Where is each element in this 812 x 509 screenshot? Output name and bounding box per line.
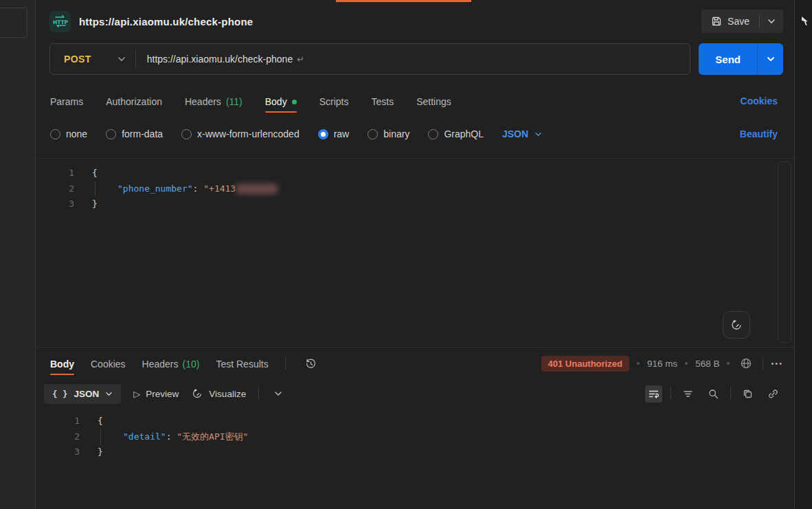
line-number: 2	[36, 181, 74, 197]
line-number: 3	[36, 444, 80, 460]
tab-body[interactable]: Body	[265, 84, 297, 117]
request-workspace: HTTP https://api.xiaomu.uk/check-phone S…	[36, 0, 794, 509]
response-tab-cookies[interactable]: Cookies	[91, 348, 126, 378]
sidebar-collapsed-panel[interactable]	[0, 8, 27, 38]
headers-count-badge: (11)	[226, 96, 243, 107]
chevron-down-icon	[274, 391, 282, 396]
response-size[interactable]: 568 B	[695, 359, 719, 369]
right-sidebar	[794, 0, 812, 509]
active-workspace-tab-indicator	[336, 0, 471, 2]
indent-guide	[100, 429, 123, 444]
indent-guide	[95, 181, 117, 196]
send-button-group: Send	[699, 43, 783, 75]
save-options-button[interactable]	[760, 19, 783, 24]
code-line: 1 {	[36, 166, 794, 181]
http-method-icon: HTTP	[49, 11, 71, 32]
save-button-group: Save	[701, 10, 783, 33]
svg-text:HTTP: HTTP	[52, 19, 68, 25]
redacted-phone-number	[236, 184, 278, 194]
tab-scripts[interactable]: Scripts	[319, 84, 349, 117]
save-button[interactable]: Save	[701, 16, 759, 27]
url-input[interactable]: https://api.xiaomu.uk/check-phone	[147, 54, 293, 65]
json-value: "+1413	[203, 181, 236, 197]
request-bar: POST https://api.xiaomu.uk/check-phone ↵…	[36, 43, 794, 82]
response-panel: Body Cookies Headers (10) Test Results	[36, 347, 794, 509]
code-line: 3 }	[36, 196, 794, 212]
radio-circle	[50, 129, 60, 139]
link-icon	[767, 388, 779, 400]
word-wrap-button[interactable]	[645, 385, 662, 403]
chevron-down-icon	[105, 392, 113, 396]
tab-tests[interactable]: Tests	[371, 84, 394, 117]
postbot-sparkle-icon	[730, 318, 743, 332]
method-dropdown-button[interactable]	[117, 56, 126, 62]
body-type-bar: none form-data x-www-form-urlencoded raw…	[36, 120, 794, 158]
save-icon	[711, 16, 722, 27]
request-tabs: Params Authorization Headers (11) Body S…	[36, 82, 794, 120]
editor-scrollbar[interactable]	[778, 161, 791, 343]
beautify-link[interactable]: Beautify	[740, 128, 778, 139]
radio-form-data[interactable]: form-data	[106, 128, 163, 139]
radio-x-www-form-urlencoded[interactable]: x-www-form-urlencoded	[181, 128, 300, 139]
response-more-options-button[interactable]: •••	[771, 359, 783, 367]
postman-window: HTTP https://api.xiaomu.uk/check-phone S…	[0, 0, 812, 509]
response-tab-body[interactable]: Body	[50, 348, 74, 378]
tab-settings[interactable]: Settings	[416, 84, 451, 117]
search-icon	[708, 388, 719, 400]
radio-circle-selected	[318, 129, 328, 139]
response-body-editor[interactable]: 1 { 2 "detail": "无效的API密钥" 3 }	[36, 408, 794, 509]
response-headers-count-badge: (10)	[183, 359, 200, 370]
visualize-sparkle-icon	[191, 387, 203, 400]
left-sidebar	[0, 0, 36, 509]
enter-key-hint-icon: ↵	[297, 54, 304, 65]
copy-button[interactable]	[739, 385, 756, 403]
radio-binary[interactable]: binary	[368, 128, 409, 139]
line-number: 1	[36, 414, 80, 429]
radio-graphql[interactable]: GraphQL	[428, 128, 484, 139]
response-history-button[interactable]	[302, 355, 319, 372]
send-options-button[interactable]	[758, 56, 783, 62]
send-button[interactable]: Send	[699, 54, 757, 65]
json-key: "detail"	[123, 429, 166, 445]
url-box: POST https://api.xiaomu.uk/check-phone ↵	[49, 43, 690, 75]
method-selector[interactable]: POST	[50, 54, 91, 65]
play-icon: ▷	[133, 389, 140, 399]
save-button-label: Save	[728, 16, 749, 27]
code-line: 2 "phone_number": "+1413	[36, 181, 794, 197]
radio-none[interactable]: none	[50, 128, 87, 139]
response-meta: 401 Unauthorized 916 ms 568 B •••	[541, 354, 783, 372]
copy-icon	[742, 388, 754, 400]
response-tabs: Body Cookies Headers (10) Test Results	[36, 348, 794, 379]
response-tab-headers[interactable]: Headers (10)	[142, 348, 200, 378]
chevron-down-icon	[767, 19, 776, 24]
globe-icon	[740, 357, 752, 370]
request-header: HTTP https://api.xiaomu.uk/check-phone S…	[36, 0, 794, 43]
tab-authorization[interactable]: Authorization	[106, 84, 162, 117]
history-icon	[305, 358, 317, 370]
postbot-button[interactable]	[723, 311, 750, 339]
radio-circle	[181, 129, 192, 139]
preview-button[interactable]: ▷ Preview	[133, 389, 179, 399]
response-time[interactable]: 916 ms	[647, 359, 677, 369]
filter-button[interactable]	[679, 385, 697, 403]
network-info-button[interactable]	[737, 354, 755, 372]
response-toolbar: { } JSON ▷ Preview Visualize	[36, 379, 794, 408]
radio-circle	[106, 129, 116, 139]
radio-circle	[428, 129, 438, 139]
request-body-editor[interactable]: 1 { 2 "phone_number": "+1413 3 }	[36, 158, 794, 347]
word-wrap-icon	[648, 388, 659, 400]
cookies-link[interactable]: Cookies	[741, 95, 778, 106]
search-button[interactable]	[705, 385, 722, 403]
body-language-dropdown[interactable]: JSON	[502, 128, 542, 139]
radio-raw[interactable]: raw	[318, 128, 350, 139]
link-button[interactable]	[765, 385, 782, 403]
tab-headers[interactable]: Headers (11)	[185, 84, 243, 117]
response-format-dropdown[interactable]: { } JSON	[44, 384, 121, 404]
status-badge[interactable]: 401 Unauthorized	[541, 356, 629, 372]
visualize-button[interactable]: Visualize	[191, 387, 246, 400]
body-modified-dot	[292, 100, 297, 104]
visualize-options-button[interactable]	[271, 388, 285, 399]
chevron-down-icon	[117, 56, 126, 62]
tab-params[interactable]: Params	[50, 84, 83, 117]
response-tab-test-results[interactable]: Test Results	[216, 348, 268, 378]
